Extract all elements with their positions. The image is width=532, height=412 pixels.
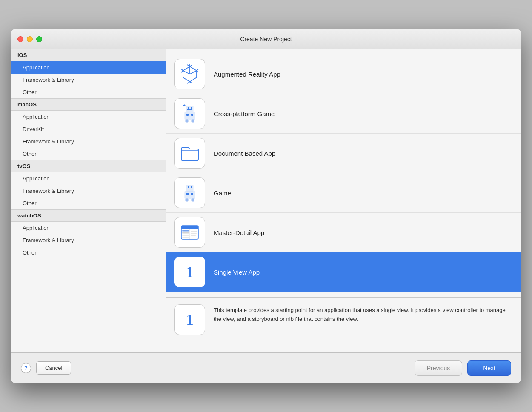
sidebar-item-watchos-application[interactable]: Application bbox=[11, 222, 166, 234]
svg-line-3 bbox=[190, 71, 197, 74]
sidebar-group-watchos: watchOS bbox=[11, 209, 166, 222]
description-area: 1 This template provides a starting poin… bbox=[166, 297, 521, 352]
template-cross-platform-game[interactable]: + Cross-platform Game bbox=[166, 94, 521, 134]
description-icon: 1 bbox=[174, 304, 205, 335]
svg-rect-10 bbox=[186, 114, 189, 116]
single-view-app-icon: 1 bbox=[174, 257, 205, 287]
svg-rect-27 bbox=[182, 230, 189, 232]
minimize-button[interactable] bbox=[27, 36, 33, 42]
sidebar-item-tvos-framework[interactable]: Framework & Library bbox=[11, 185, 166, 197]
main-content: iOS Application Framework & Library Othe… bbox=[11, 49, 521, 352]
previous-button[interactable]: Previous bbox=[415, 360, 462, 376]
main-window: Create New Project iOS Application Frame… bbox=[11, 29, 521, 383]
svg-rect-29 bbox=[182, 235, 189, 236]
window-title: Create New Project bbox=[240, 36, 292, 43]
document-based-app-icon bbox=[174, 138, 205, 169]
sidebar-item-tvos-application[interactable]: Application bbox=[11, 172, 166, 185]
bottom-bar: ? Cancel Previous Next bbox=[11, 352, 521, 383]
svg-text:+: + bbox=[183, 103, 186, 108]
description-number: 1 bbox=[186, 311, 194, 329]
sidebar-group-ios: iOS bbox=[11, 49, 166, 61]
document-based-app-name: Document Based App bbox=[214, 150, 275, 157]
template-document-based-app[interactable]: Document Based App bbox=[166, 134, 521, 173]
sidebar-item-watchos-framework[interactable]: Framework & Library bbox=[11, 234, 166, 246]
templates-list: Augmented Reality App bbox=[166, 49, 521, 297]
svg-rect-13 bbox=[192, 120, 194, 122]
right-panel: Augmented Reality App bbox=[166, 49, 521, 352]
svg-rect-11 bbox=[191, 114, 193, 116]
svg-rect-16 bbox=[188, 186, 189, 188]
svg-rect-5 bbox=[186, 106, 193, 112]
close-button[interactable] bbox=[17, 36, 23, 42]
svg-rect-34 bbox=[191, 235, 196, 236]
svg-rect-20 bbox=[186, 193, 189, 195]
sidebar: iOS Application Framework & Library Othe… bbox=[11, 49, 166, 352]
ar-app-name: Augmented Reality App bbox=[214, 71, 280, 78]
svg-rect-33 bbox=[191, 233, 197, 234]
svg-rect-17 bbox=[191, 186, 192, 188]
single-view-app-number: 1 bbox=[186, 263, 194, 281]
template-master-detail-app[interactable]: Master-Detail App bbox=[166, 213, 521, 252]
svg-rect-32 bbox=[191, 231, 197, 232]
template-game[interactable]: Game bbox=[166, 173, 521, 213]
svg-rect-26 bbox=[181, 228, 198, 229]
sidebar-item-ios-application[interactable]: Application bbox=[11, 61, 166, 74]
cross-platform-game-icon: + bbox=[174, 98, 205, 129]
sidebar-item-macos-framework[interactable]: Framework & Library bbox=[11, 135, 166, 148]
svg-rect-21 bbox=[191, 193, 193, 195]
next-button[interactable]: Next bbox=[467, 360, 511, 376]
svg-rect-23 bbox=[192, 199, 194, 201]
sidebar-item-macos-driverkit[interactable]: DriverKit bbox=[11, 123, 166, 135]
maximize-button[interactable] bbox=[36, 36, 42, 42]
game-name: Game bbox=[214, 189, 231, 197]
master-detail-app-name: Master-Detail App bbox=[214, 229, 264, 236]
svg-rect-28 bbox=[182, 232, 189, 234]
svg-rect-7 bbox=[191, 107, 192, 109]
svg-rect-12 bbox=[186, 120, 188, 122]
svg-rect-18 bbox=[187, 189, 192, 189]
svg-rect-19 bbox=[185, 191, 195, 199]
single-view-app-name: Single View App bbox=[214, 269, 260, 276]
sidebar-item-ios-framework[interactable]: Framework & Library bbox=[11, 74, 166, 86]
cross-platform-game-name: Cross-platform Game bbox=[214, 110, 275, 117]
svg-rect-6 bbox=[188, 107, 189, 109]
sidebar-group-macos: macOS bbox=[11, 98, 166, 111]
traffic-lights bbox=[17, 36, 42, 42]
sidebar-item-macos-application[interactable]: Application bbox=[11, 111, 166, 123]
help-button[interactable]: ? bbox=[21, 363, 31, 373]
svg-rect-9 bbox=[185, 112, 195, 120]
master-detail-app-icon bbox=[174, 217, 205, 248]
svg-line-2 bbox=[183, 71, 190, 74]
sidebar-item-tvos-other[interactable]: Other bbox=[11, 197, 166, 209]
sidebar-item-watchos-other[interactable]: Other bbox=[11, 246, 166, 259]
svg-rect-30 bbox=[182, 237, 189, 238]
sidebar-item-ios-other[interactable]: Other bbox=[11, 86, 166, 98]
svg-rect-22 bbox=[186, 199, 188, 201]
sidebar-group-tvos: tvOS bbox=[11, 160, 166, 172]
game-icon bbox=[174, 177, 205, 208]
svg-rect-8 bbox=[187, 109, 192, 110]
description-text: This template provides a starting point … bbox=[214, 304, 513, 324]
template-single-view-app[interactable]: 1 Single View App bbox=[166, 252, 521, 292]
template-ar-app[interactable]: Augmented Reality App bbox=[166, 54, 521, 94]
svg-rect-15 bbox=[186, 185, 193, 191]
cancel-button[interactable]: Cancel bbox=[36, 361, 71, 375]
titlebar: Create New Project bbox=[11, 29, 521, 49]
ar-app-icon bbox=[174, 59, 205, 89]
sidebar-item-macos-other[interactable]: Other bbox=[11, 148, 166, 160]
